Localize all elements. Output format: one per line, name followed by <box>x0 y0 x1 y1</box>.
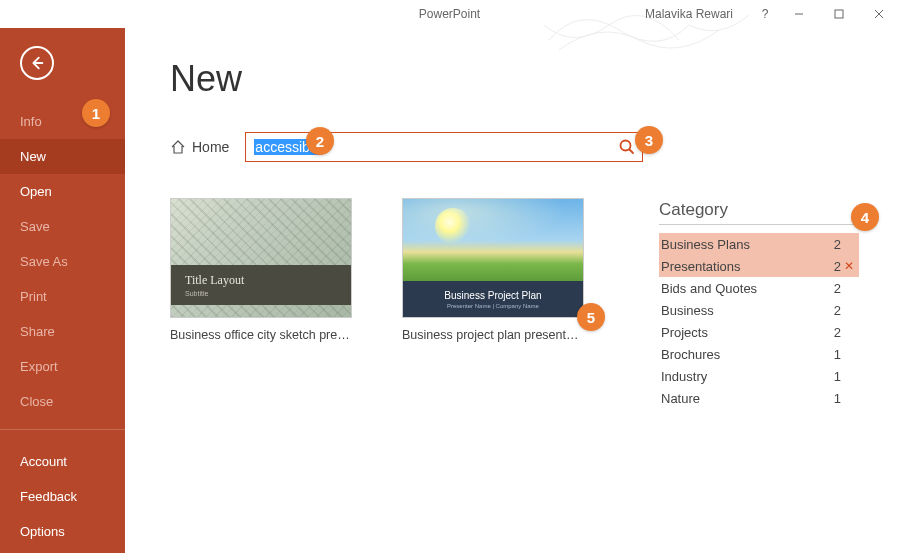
category-name: Bids and Quotes <box>661 281 817 296</box>
sidebar-item-account[interactable]: Account <box>0 444 125 479</box>
category-count: 1 <box>817 391 841 406</box>
category-item[interactable]: Presentations2✕ <box>659 255 859 277</box>
category-count: 2 <box>817 303 841 318</box>
sidebar-separator <box>0 429 125 430</box>
category-item[interactable]: Brochures1✕ <box>659 343 859 365</box>
thumb-title: Title Layout <box>185 273 351 288</box>
category-item[interactable]: Nature1✕ <box>659 387 859 409</box>
template-card[interactable]: Title LayoutSubtitleBusiness office city… <box>170 198 352 342</box>
thumb-subtitle: Subtitle <box>185 290 351 297</box>
page-title: New <box>170 58 859 100</box>
sidebar-item-save-as[interactable]: Save As <box>0 244 125 279</box>
sidebar-item-save[interactable]: Save <box>0 209 125 244</box>
category-count: 2 <box>817 259 841 274</box>
template-thumbnail[interactable]: Business Project PlanPresenter Name | Co… <box>402 198 584 318</box>
category-name: Industry <box>661 369 817 384</box>
category-remove-icon[interactable]: ✕ <box>841 259 857 273</box>
category-name: Business Plans <box>661 237 817 252</box>
svg-line-5 <box>630 150 634 154</box>
template-results: Title LayoutSubtitleBusiness office city… <box>170 198 584 342</box>
sidebar-item-options[interactable]: Options <box>0 514 125 549</box>
home-link[interactable]: Home <box>170 139 229 155</box>
home-label: Home <box>192 139 229 155</box>
help-button[interactable]: ? <box>751 0 779 28</box>
category-item[interactable]: Projects2✕ <box>659 321 859 343</box>
template-label: Business project plan presentatio… <box>402 328 584 342</box>
category-count: 2 <box>817 281 841 296</box>
category-name: Projects <box>661 325 817 340</box>
category-count: 2 <box>817 325 841 340</box>
category-item[interactable]: Bids and Quotes2✕ <box>659 277 859 299</box>
thumb-subtitle: Presenter Name | Company Name <box>447 303 539 309</box>
back-button[interactable] <box>20 46 54 80</box>
svg-rect-1 <box>835 10 843 18</box>
category-item[interactable]: Industry1✕ <box>659 365 859 387</box>
category-count: 1 <box>817 369 841 384</box>
sidebar-item-close[interactable]: Close <box>0 384 125 419</box>
thumb-title: Business Project Plan <box>444 290 541 301</box>
category-title: Category <box>659 200 859 220</box>
template-card[interactable]: Business Project PlanPresenter Name | Co… <box>402 198 584 342</box>
template-label: Business office city sketch prese… <box>170 328 352 342</box>
category-name: Nature <box>661 391 817 406</box>
category-count: 1 <box>817 347 841 362</box>
search-row: Home accessible <box>170 132 859 162</box>
title-bar: PowerPoint Malavika Rewari ? <box>0 0 899 28</box>
content-area: New Home accessible Title LayoutSubtitle… <box>125 28 899 553</box>
close-button[interactable] <box>859 0 899 28</box>
category-panel: Category Business Plans2✕Presentations2✕… <box>659 198 859 409</box>
sidebar-item-open[interactable]: Open <box>0 174 125 209</box>
template-thumbnail[interactable]: Title LayoutSubtitle <box>170 198 352 318</box>
category-item[interactable]: Business2✕ <box>659 299 859 321</box>
category-item[interactable]: Business Plans2✕ <box>659 233 859 255</box>
maximize-button[interactable] <box>819 0 859 28</box>
home-icon <box>170 139 186 155</box>
minimize-button[interactable] <box>779 0 819 28</box>
backstage-sidebar: InfoNewOpenSaveSave AsPrintShareExportCl… <box>0 28 125 553</box>
divider <box>659 224 859 225</box>
search-icon[interactable] <box>618 138 636 156</box>
search-box: accessible <box>245 132 643 162</box>
sidebar-item-print[interactable]: Print <box>0 279 125 314</box>
user-name[interactable]: Malavika Rewari <box>645 7 733 21</box>
category-name: Presentations <box>661 259 817 274</box>
category-name: Business <box>661 303 817 318</box>
sidebar-item-new[interactable]: New <box>0 139 125 174</box>
sidebar-item-info[interactable]: Info <box>0 104 125 139</box>
search-input[interactable]: accessible <box>254 139 618 155</box>
sidebar-item-export[interactable]: Export <box>0 349 125 384</box>
category-count: 2 <box>817 237 841 252</box>
category-name: Brochures <box>661 347 817 362</box>
sidebar-item-share[interactable]: Share <box>0 314 125 349</box>
app-title: PowerPoint <box>419 7 480 21</box>
sidebar-item-feedback[interactable]: Feedback <box>0 479 125 514</box>
